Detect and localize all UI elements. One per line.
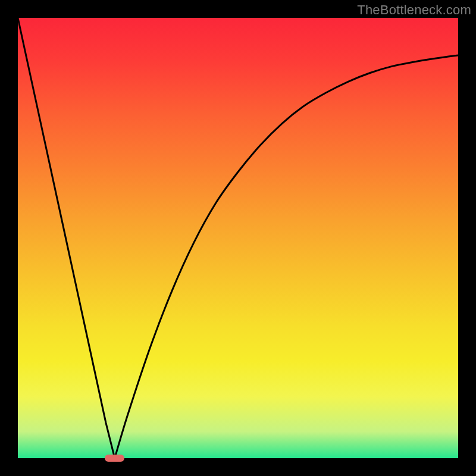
watermark-text: TheBottleneck.com	[357, 2, 471, 18]
curve-left-branch	[18, 18, 115, 458]
chart-frame: TheBottleneck.com	[0, 0, 476, 476]
curve-svg	[18, 18, 458, 458]
curve-right-branch	[115, 55, 458, 458]
plot-area	[18, 18, 458, 458]
optimal-marker	[105, 455, 124, 462]
